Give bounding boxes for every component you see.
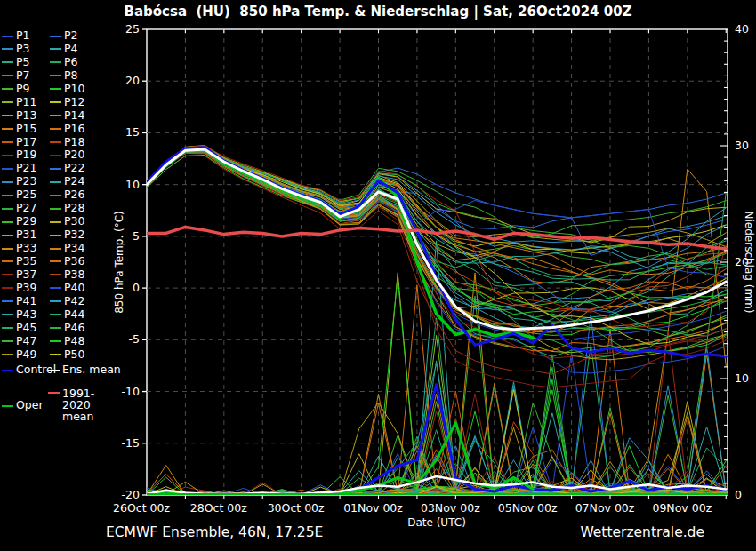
left-axis-tick-label: -15 xyxy=(122,436,140,450)
left-axis-tick-label: 5 xyxy=(133,229,140,243)
right-axis-tick-label: 30 xyxy=(735,139,749,152)
left-axis-tick-label: -20 xyxy=(122,488,140,501)
right-axis-tick-label: 10 xyxy=(735,371,749,385)
x-axis-tick-label: 03Nov 00z xyxy=(421,501,480,515)
right-axis-tick-label: 40 xyxy=(735,22,749,36)
x-axis-tick-label: 26Oct 00z xyxy=(113,501,170,515)
plot-border xyxy=(147,29,728,495)
plot-area xyxy=(147,146,728,496)
grid-lines xyxy=(147,29,728,495)
left-axis-tick-label: 10 xyxy=(125,178,140,191)
x-axis-tick-label: 09Nov 00z xyxy=(652,501,712,515)
x-axis-tick-label: 05Nov 00z xyxy=(498,501,558,515)
right-axis-title: Niederschlag (mm) xyxy=(743,212,755,314)
left-axis-title: 850 hPa Temp. (°C) xyxy=(113,211,125,314)
x-axis-tick-label: 28Oct 00z xyxy=(190,501,247,515)
ensemble-member-precip-line xyxy=(147,402,726,495)
left-axis-tick-label: 15 xyxy=(125,125,140,139)
left-axis-tick-label: 25 xyxy=(125,22,140,36)
left-axis-tick-label: -5 xyxy=(129,332,140,346)
ensemble-member-precip-line xyxy=(147,335,726,495)
left-axis-tick-label: -10 xyxy=(122,385,140,398)
x-axis-tick-label: 01Nov 00z xyxy=(343,501,403,515)
x-axis-tick-label: 07Nov 00z xyxy=(575,501,635,515)
left-axis-tick-label: 0 xyxy=(133,281,140,294)
x-axis-title-text: Date (UTC) xyxy=(407,516,466,529)
model-info: ECMWF Ensemble, 46N, 17.25E xyxy=(106,524,323,540)
right-axis-tick-label: 0 xyxy=(735,488,742,501)
left-axis-tick-label: 20 xyxy=(125,74,140,87)
meteogram-page: Babócsa (HU) 850 hPa Temp. & Niederschla… xyxy=(0,0,756,551)
ensemble-member-precip-line xyxy=(147,347,726,495)
x-axis-tick-label: 30Oct 00z xyxy=(268,501,325,515)
site-credit: Wetterzentrale.de xyxy=(580,524,704,540)
